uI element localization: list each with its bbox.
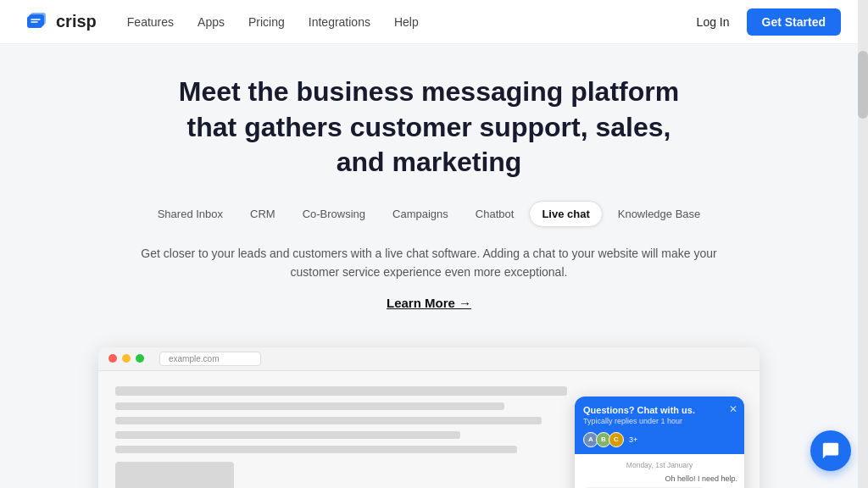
get-started-button[interactable]: Get Started bbox=[747, 8, 841, 36]
floating-chat-button[interactable] bbox=[810, 430, 851, 471]
skeleton-line-2 bbox=[115, 402, 504, 410]
hero-section: Meet the business messaging platformthat… bbox=[0, 44, 858, 347]
browser-dot-red bbox=[108, 354, 117, 363]
feature-tabs: Shared Inbox CRM Co-Browsing Campaigns C… bbox=[17, 201, 841, 227]
login-button[interactable]: Log In bbox=[697, 15, 730, 29]
tab-live-chat[interactable]: Live chat bbox=[529, 201, 602, 227]
chat-header-title: Questions? Chat with us. bbox=[583, 405, 736, 415]
logo-label: crisp bbox=[56, 12, 97, 31]
tab-chatbot[interactable]: Chatbot bbox=[464, 201, 526, 227]
browser-mockup: example.com ✕ Questions? Chat with us. bbox=[98, 347, 760, 488]
svg-rect-2 bbox=[29, 14, 44, 26]
chat-header-sub: Typically replies under 1 hour bbox=[583, 417, 736, 425]
tab-co-browsing[interactable]: Co-Browsing bbox=[291, 201, 377, 227]
skeleton-line-3 bbox=[115, 417, 542, 424]
skeleton-line-5 bbox=[115, 446, 517, 453]
chat-close-icon[interactable]: ✕ bbox=[729, 403, 737, 415]
main-content: Meet the business messaging platformthat… bbox=[0, 44, 868, 488]
logo-icon bbox=[27, 13, 51, 31]
chat-avatars: A B C 3+ bbox=[583, 432, 736, 447]
tab-campaigns[interactable]: Campaigns bbox=[381, 201, 460, 227]
nav-pricing[interactable]: Pricing bbox=[248, 15, 285, 29]
tab-knowledge-base[interactable]: Knowledge Base bbox=[606, 201, 713, 227]
chat-bubble-icon bbox=[821, 441, 840, 460]
hero-title: Meet the business messaging platformthat… bbox=[17, 75, 841, 180]
msg-text-hello: Oh hello! I need help. bbox=[581, 474, 737, 483]
browser-window: example.com ✕ Questions? Chat with us. bbox=[98, 347, 760, 488]
scrollbar-thumb[interactable] bbox=[858, 51, 868, 119]
avatar-count: 3+ bbox=[629, 435, 637, 444]
nav-actions: Log In Get Started bbox=[697, 8, 841, 36]
address-bar: example.com bbox=[159, 352, 261, 366]
chat-body: Monday, 1st January Oh hello! I need hel… bbox=[575, 454, 744, 488]
navbar: crisp Features Apps Pricing Integrations… bbox=[0, 0, 868, 44]
chat-header: ✕ Questions? Chat with us. Typically rep… bbox=[575, 396, 744, 454]
learn-more-link[interactable]: Learn More → bbox=[387, 296, 471, 310]
chat-widget: ✕ Questions? Chat with us. Typically rep… bbox=[575, 396, 744, 488]
nav-apps[interactable]: Apps bbox=[198, 15, 225, 29]
browser-toolbar: example.com bbox=[98, 347, 760, 371]
scrollbar[interactable] bbox=[858, 0, 868, 488]
skeleton-line-1 bbox=[115, 386, 567, 396]
chat-message-1: Oh hello! I need help. bbox=[581, 474, 737, 483]
avatar-3: C bbox=[609, 432, 624, 447]
nav-features[interactable]: Features bbox=[127, 15, 174, 29]
skeleton-image bbox=[115, 462, 234, 488]
tab-shared-inbox[interactable]: Shared Inbox bbox=[146, 201, 235, 227]
nav-links: Features Apps Pricing Integrations Help bbox=[127, 15, 697, 29]
browser-dot-green bbox=[136, 354, 144, 363]
logo[interactable]: crisp bbox=[27, 12, 97, 31]
feature-description: Get closer to your leads and customers w… bbox=[141, 244, 717, 282]
tab-crm[interactable]: CRM bbox=[238, 201, 287, 227]
browser-content: ✕ Questions? Chat with us. Typically rep… bbox=[98, 371, 760, 488]
nav-help[interactable]: Help bbox=[394, 15, 419, 29]
chat-date: Monday, 1st January bbox=[581, 461, 737, 469]
browser-dot-yellow bbox=[122, 354, 131, 363]
nav-integrations[interactable]: Integrations bbox=[309, 15, 370, 29]
skeleton-line-4 bbox=[115, 431, 460, 439]
